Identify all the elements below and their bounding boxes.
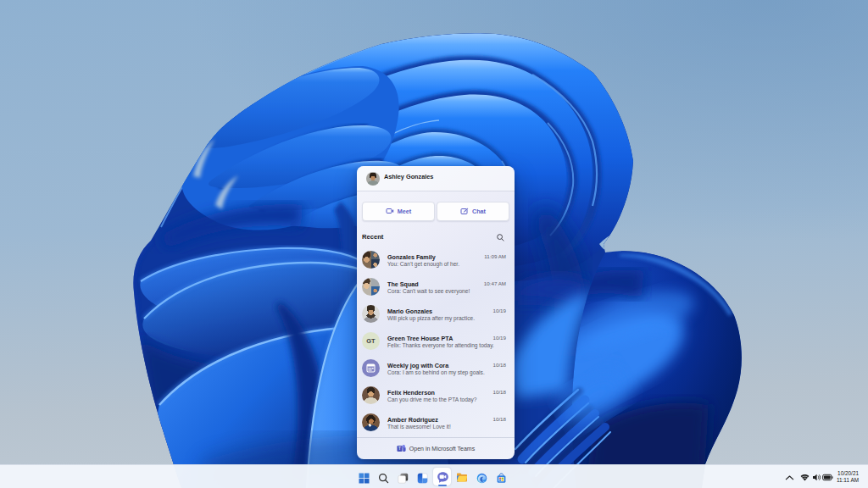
svg-text:T: T <box>398 446 402 451</box>
